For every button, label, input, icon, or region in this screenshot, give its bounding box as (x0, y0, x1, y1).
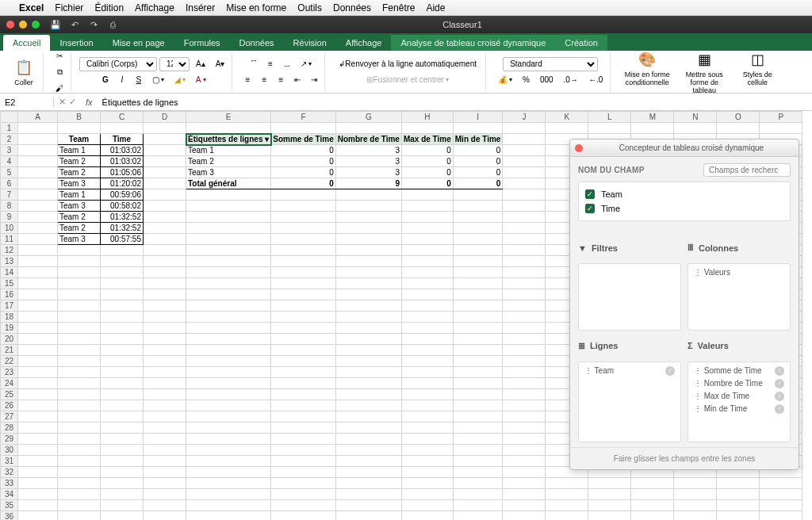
row-header-15[interactable]: 15 (1, 278, 18, 289)
cell-I8[interactable] (453, 201, 503, 212)
cell-I12[interactable] (453, 245, 503, 256)
tab-donnees[interactable]: Données (230, 35, 284, 51)
tab-accueil[interactable]: Accueil (3, 35, 50, 51)
row-header-7[interactable]: 7 (1, 189, 18, 201)
cell-I27[interactable] (453, 411, 503, 422)
cell-B3[interactable]: Team 1 (58, 145, 101, 156)
cell-G14[interactable] (335, 267, 401, 278)
cell-L1[interactable] (588, 123, 631, 134)
cell-F7[interactable] (271, 189, 336, 201)
cell-A32[interactable] (18, 467, 58, 478)
align-middle-icon[interactable]: ≡ (263, 57, 278, 71)
row-header-21[interactable]: 21 (1, 345, 18, 356)
row-header-36[interactable]: 36 (1, 511, 18, 521)
pivot-field-panel[interactable]: Concepteur de tableau croisé dynamique N… (569, 139, 799, 470)
redo-icon[interactable]: ↷ (87, 18, 100, 31)
cell-A27[interactable] (18, 411, 58, 422)
cell-E11[interactable] (186, 234, 271, 245)
cell-G25[interactable] (335, 389, 401, 400)
field-time[interactable]: ✓Time (584, 201, 785, 216)
cell-G12[interactable] (335, 245, 401, 256)
cell-J24[interactable] (503, 378, 546, 389)
cell-K36[interactable] (546, 511, 588, 521)
cell-I1[interactable] (453, 123, 503, 134)
cell-C5[interactable]: 01:05:06 (101, 167, 144, 178)
cell-A35[interactable] (18, 500, 58, 511)
cell-E20[interactable] (186, 334, 271, 345)
cell-C1[interactable] (101, 123, 144, 134)
cell-K33[interactable] (546, 478, 588, 489)
cell-A6[interactable] (18, 178, 58, 189)
cell-B4[interactable]: Team 2 (58, 156, 101, 167)
cell-N1[interactable] (674, 123, 717, 134)
cell-H24[interactable] (401, 378, 453, 389)
cell-A13[interactable] (18, 256, 58, 267)
cell-A31[interactable] (18, 456, 58, 467)
row-header-35[interactable]: 35 (1, 500, 18, 511)
cell-D26[interactable] (144, 400, 186, 411)
cell-L33[interactable] (588, 478, 631, 489)
cell-D30[interactable] (144, 445, 186, 456)
cell-B10[interactable]: Team 2 (58, 223, 101, 234)
cell-B11[interactable]: Team 3 (58, 234, 101, 245)
cell-I18[interactable] (453, 312, 503, 323)
cell-B26[interactable] (58, 400, 101, 411)
filters-dropzone[interactable] (578, 263, 681, 330)
cell-N34[interactable] (674, 489, 717, 500)
col-item-valeurs[interactable]: ⋮ Valeurs (691, 266, 787, 278)
cell-I31[interactable] (453, 456, 503, 467)
cell-E27[interactable] (186, 411, 271, 422)
percent-icon[interactable]: % (519, 73, 534, 87)
row-header-3[interactable]: 3 (1, 145, 18, 156)
cell-A20[interactable] (18, 334, 58, 345)
cell-O33[interactable] (717, 478, 760, 489)
cell-M36[interactable] (631, 511, 674, 521)
cell-E12[interactable] (186, 245, 271, 256)
cell-E25[interactable] (186, 389, 271, 400)
cell-C17[interactable] (101, 300, 144, 312)
cell-I32[interactable] (453, 467, 503, 478)
cell-F15[interactable] (271, 278, 336, 289)
val-item-2[interactable]: ⋮ Max de Timei (691, 390, 787, 403)
cell-G34[interactable] (335, 489, 401, 500)
cell-H25[interactable] (401, 389, 453, 400)
minimize-icon[interactable] (19, 21, 27, 29)
cell-F9[interactable] (271, 212, 336, 223)
cell-J2[interactable] (503, 134, 546, 145)
cell-G33[interactable] (335, 478, 401, 489)
cell-O34[interactable] (717, 489, 760, 500)
row-header-12[interactable]: 12 (1, 245, 18, 256)
cell-A28[interactable] (18, 422, 58, 434)
cell-H14[interactable] (401, 267, 453, 278)
currency-icon[interactable]: 💰 (494, 73, 516, 87)
cell-E3[interactable]: Team 1 (186, 145, 271, 156)
font-color-button[interactable]: A (192, 73, 210, 87)
cell-D14[interactable] (144, 267, 186, 278)
cell-D19[interactable] (144, 323, 186, 334)
comma-icon[interactable]: 000 (536, 73, 557, 87)
col-header-M[interactable]: M (631, 112, 674, 123)
cell-J36[interactable] (503, 511, 546, 521)
row-header-6[interactable]: 6 (1, 178, 18, 189)
increase-font-icon[interactable]: A▴ (192, 57, 209, 71)
fill-color-button[interactable]: ◢ (170, 73, 190, 87)
cell-H29[interactable] (401, 434, 453, 445)
cell-J30[interactable] (503, 445, 546, 456)
cell-E5[interactable]: Team 3 (186, 167, 271, 178)
col-header-C[interactable]: C (101, 112, 144, 123)
cell-F30[interactable] (271, 445, 336, 456)
row-header-17[interactable]: 17 (1, 300, 18, 312)
cell-F4[interactable]: 0 (271, 156, 336, 167)
font-size-select[interactable]: 12 (159, 57, 190, 71)
font-name-select[interactable]: Calibri (Corps) (79, 57, 157, 71)
cell-H8[interactable] (401, 201, 453, 212)
cell-D2[interactable] (144, 134, 186, 145)
col-header-K[interactable]: K (546, 112, 588, 123)
cell-D13[interactable] (144, 256, 186, 267)
cell-J18[interactable] (503, 312, 546, 323)
cell-F31[interactable] (271, 456, 336, 467)
merge-button[interactable]: ⊞ Fusionner et centrer (361, 73, 454, 87)
cell-E35[interactable] (186, 500, 271, 511)
cell-P33[interactable] (760, 478, 802, 489)
cell-G26[interactable] (335, 400, 401, 411)
